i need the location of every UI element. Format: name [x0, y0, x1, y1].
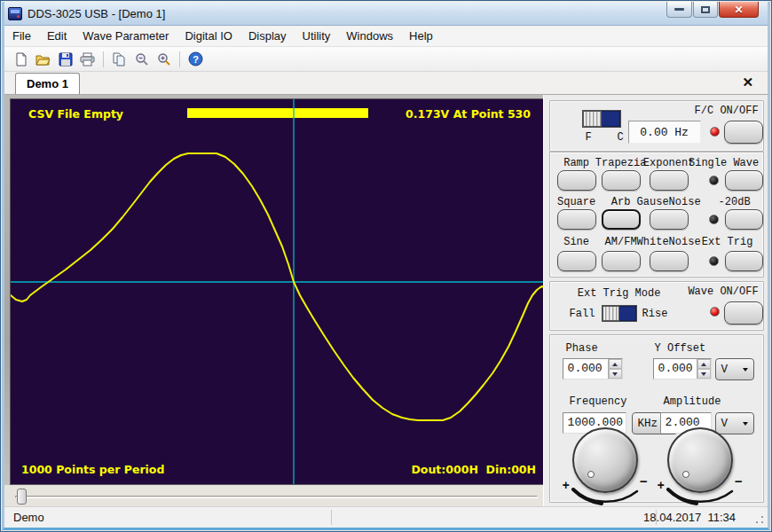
csv-status-text: CSV File Empty: [28, 107, 123, 121]
dout-din-text: Dout:000H Din:00H: [411, 463, 536, 476]
points-per-period-text: 1000 Points per Period: [21, 463, 164, 476]
app-window: DDS-3025 USB - [Demo 1] ✕ File Edit Wave…: [0, 0, 772, 532]
waveform-plot: [11, 99, 544, 485]
scope-display[interactable]: CSV File Empty 0.173V At Point 530 1000 …: [10, 98, 544, 485]
point-readout-text: 0.173V At Point 530: [406, 107, 531, 121]
scope-client-area: CSV File Empty 0.173V At Point 530 1000 …: [4, 95, 543, 508]
